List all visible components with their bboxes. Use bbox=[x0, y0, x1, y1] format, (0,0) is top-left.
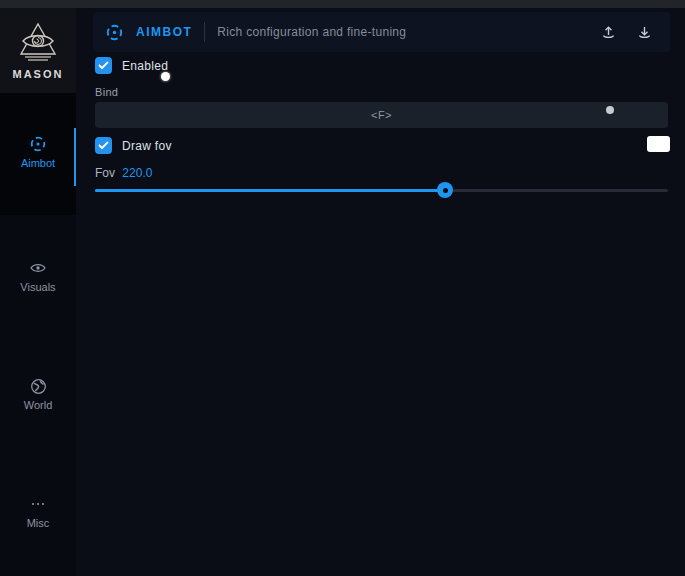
globe-icon bbox=[29, 377, 47, 395]
page-header: AIMBOT Rich configuration and fine-tunin… bbox=[93, 12, 670, 52]
fov-slider-thumb[interactable] bbox=[437, 182, 453, 198]
fov-value-row: Fov 220.0 bbox=[95, 166, 152, 180]
logo-block: MASON bbox=[0, 8, 76, 93]
sidebar-active-section: Aimbot bbox=[0, 93, 76, 215]
header-divider bbox=[204, 22, 205, 42]
sidebar-item-label: World bbox=[24, 399, 53, 411]
enabled-label: Enabled bbox=[122, 59, 168, 73]
mason-window: MASON Aimbot Visuals bbox=[0, 0, 685, 576]
bind-input[interactable]: <F> bbox=[95, 102, 668, 128]
cursor-dot bbox=[161, 72, 170, 81]
download-config-button[interactable] bbox=[630, 18, 658, 46]
sidebar-item-world[interactable]: World bbox=[0, 368, 76, 420]
fov-value: 220.0 bbox=[122, 166, 152, 180]
enabled-row: Enabled bbox=[95, 57, 168, 74]
fov-slider-fill bbox=[95, 189, 445, 192]
fov-slider[interactable] bbox=[95, 182, 668, 198]
titlebar-strip bbox=[0, 0, 685, 8]
ellipsis-icon bbox=[29, 495, 47, 513]
bind-indicator-dot bbox=[606, 106, 614, 114]
sidebar-item-label: Aimbot bbox=[21, 157, 55, 169]
sidebar-item-label: Misc bbox=[27, 517, 50, 529]
page-subtitle: Rich configuration and fine-tuning bbox=[217, 25, 406, 39]
sidebar-item-misc[interactable]: Misc bbox=[0, 486, 76, 538]
draw-fov-row: Draw fov bbox=[95, 137, 172, 154]
enabled-checkbox[interactable] bbox=[95, 57, 112, 74]
eye-icon bbox=[29, 259, 47, 277]
fov-color-swatch[interactable] bbox=[647, 136, 670, 152]
main-content: AIMBOT Rich configuration and fine-tunin… bbox=[76, 8, 685, 576]
sidebar: MASON Aimbot Visuals bbox=[0, 8, 76, 576]
bind-label: Bind bbox=[95, 86, 118, 98]
fov-label: Fov bbox=[95, 166, 115, 180]
upload-config-button[interactable] bbox=[594, 18, 622, 46]
sidebar-item-aimbot[interactable]: Aimbot bbox=[0, 126, 76, 178]
bind-value: <F> bbox=[371, 109, 392, 121]
sidebar-item-label: Visuals bbox=[20, 281, 55, 293]
sidebar-item-visuals[interactable]: Visuals bbox=[0, 250, 76, 302]
logo-label: MASON bbox=[13, 68, 64, 80]
crosshair-icon bbox=[29, 135, 47, 153]
page-title: AIMBOT bbox=[136, 25, 192, 39]
mason-pyramid-eye-icon bbox=[15, 21, 61, 65]
draw-fov-checkbox[interactable] bbox=[95, 137, 112, 154]
aimbot-crosshair-icon bbox=[105, 23, 124, 42]
draw-fov-label: Draw fov bbox=[122, 139, 172, 153]
